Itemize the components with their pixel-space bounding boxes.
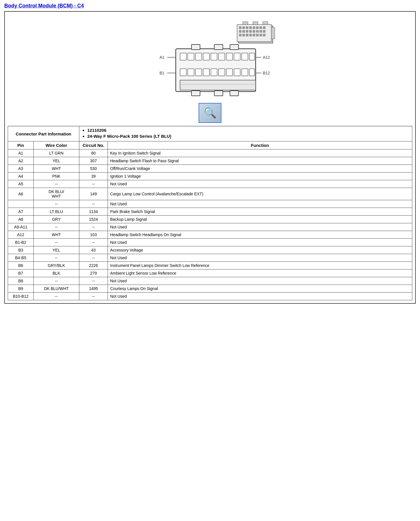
svg-rect-57 <box>195 69 202 76</box>
cell-wire-color: GRY <box>34 216 79 223</box>
connector-info-row: Connector Part Information 12110206 24-W… <box>8 126 412 141</box>
table-row: B9 DK BLU/WHT 1495 Courtesy Lamps On Sig… <box>8 285 412 293</box>
svg-rect-45 <box>180 53 186 60</box>
svg-rect-9 <box>263 27 265 29</box>
cell-pin: B6 <box>8 262 34 269</box>
svg-rect-34 <box>191 91 200 96</box>
cell-function: Park Brake Switch Signal <box>108 208 412 216</box>
svg-rect-28 <box>263 22 268 25</box>
cell-circuit-no: -- <box>79 223 108 231</box>
svg-rect-3 <box>243 27 245 29</box>
cell-wire-color: -- <box>34 277 79 285</box>
info-table: Connector Part Information 12110206 24-W… <box>8 126 412 300</box>
cell-circuit-no: 279 <box>79 269 108 277</box>
cell-circuit-no: 307 <box>79 157 108 165</box>
svg-rect-23 <box>256 34 259 36</box>
cell-circuit-no: 1495 <box>79 285 108 293</box>
cell-function: Not Used <box>108 180 412 188</box>
svg-rect-12 <box>246 30 248 33</box>
cell-function: Ambient Light Sensor Low Reference <box>108 269 412 277</box>
cell-function: Ignition 1 Voltage <box>108 173 412 180</box>
cell-circuit-no: -- <box>79 277 108 285</box>
svg-rect-61 <box>226 69 233 76</box>
cell-function: Key In Ignition Switch Signal <box>108 149 412 157</box>
svg-rect-17 <box>263 30 265 33</box>
svg-rect-36 <box>230 91 239 96</box>
cell-circuit-no: 1134 <box>79 208 108 216</box>
table-row: A1 LT GRN 80 Key In Ignition Switch Sign… <box>8 149 412 157</box>
svg-rect-58 <box>203 69 209 76</box>
magnify-button[interactable]: 🔍 <box>199 103 221 123</box>
table-row: -- -- Not Used <box>8 200 412 208</box>
header-circuit-no: Circuit No. <box>79 141 108 149</box>
cell-function: Not Used <box>108 200 412 208</box>
cell-wire-color: BLK <box>34 269 79 277</box>
cell-pin: A9-A11 <box>8 223 34 231</box>
svg-rect-25 <box>263 34 265 36</box>
cell-wire-color: WHT <box>34 231 79 239</box>
table-row: A12 WHT 103 Headlamp Switch Headlamps On… <box>8 231 412 239</box>
svg-rect-5 <box>249 27 252 29</box>
svg-rect-50 <box>219 53 225 60</box>
cell-circuit-no: 530 <box>79 165 108 173</box>
table-row: A6 DK BLU/WHT 149 Cargo Lamp Low Control… <box>8 188 412 200</box>
cell-pin: A7 <box>8 208 34 216</box>
cell-function: Not Used <box>108 293 412 300</box>
cell-wire-color: -- <box>34 239 79 246</box>
table-row: A9-A11 -- -- Not Used <box>8 223 412 231</box>
cell-pin: B4-B5 <box>8 254 34 262</box>
svg-rect-60 <box>219 69 225 76</box>
table-row: A7 LT BLU 1134 Park Brake Switch Signal <box>8 208 412 216</box>
cell-pin: A3 <box>8 165 34 173</box>
table-row: B10-B12 -- -- Not Used <box>8 293 412 300</box>
svg-rect-14 <box>253 30 255 33</box>
cell-function: Not Used <box>108 223 412 231</box>
cell-circuit-no: 1524 <box>79 216 108 223</box>
cell-circuit-no: 43 <box>79 246 108 254</box>
cell-circuit-no: 80 <box>79 149 108 157</box>
svg-rect-49 <box>211 53 217 60</box>
svg-rect-18 <box>239 34 241 36</box>
cell-function: Not Used <box>108 277 412 285</box>
cell-pin: B3 <box>8 246 34 254</box>
cell-wire-color: -- <box>34 223 79 231</box>
cell-wire-color: -- <box>34 180 79 188</box>
svg-rect-13 <box>249 30 252 33</box>
cell-function: Instrument Panel Lamps Dimmer Switch Low… <box>108 262 412 269</box>
cell-wire-color: DK BLU/WHT <box>34 188 79 200</box>
svg-rect-47 <box>195 53 202 60</box>
svg-rect-65 <box>180 80 256 90</box>
cell-function: Headlamp Switch Flash to Pass Signal <box>108 157 412 165</box>
cell-wire-color: LT GRN <box>34 149 79 157</box>
header-wire-color: Wire Color <box>34 141 79 149</box>
table-row: A8 GRY 1524 Backup Lamp Signal <box>8 216 412 223</box>
svg-rect-6 <box>253 27 255 29</box>
cell-pin: A8 <box>8 216 34 223</box>
main-box: A1 B1 A12 B12 <box>4 11 416 304</box>
cell-function: Not Used <box>108 239 412 246</box>
svg-text:B12: B12 <box>263 71 270 75</box>
cell-wire-color: LT BLU <box>34 208 79 216</box>
svg-rect-20 <box>246 34 248 36</box>
svg-rect-63 <box>242 69 248 76</box>
table-row: B3 YEL 43 Accessory Voltage <box>8 246 412 254</box>
cell-function: Headlamp Switch Headlamps On Signal <box>108 231 412 239</box>
svg-rect-53 <box>242 53 248 60</box>
cell-pin: A2 <box>8 157 34 165</box>
cell-pin: B9 <box>8 285 34 293</box>
table-row: A3 WHT 530 Off/Run/Crank Voltage <box>8 165 412 173</box>
svg-rect-33 <box>230 44 239 50</box>
svg-rect-46 <box>188 53 194 60</box>
page-container: Body Control Module (BCM) - C4 <box>0 0 420 307</box>
cell-circuit-no: 103 <box>79 231 108 239</box>
cell-wire-color: YEL <box>34 157 79 165</box>
diagram-area: A1 B1 A12 B12 <box>8 15 412 126</box>
svg-text:A12: A12 <box>263 55 270 60</box>
table-row: B8 -- -- Not Used <box>8 277 412 285</box>
svg-rect-51 <box>226 53 233 60</box>
cell-wire-color: DK BLU/WHT <box>34 285 79 293</box>
svg-rect-21 <box>249 34 252 36</box>
svg-rect-64 <box>249 69 255 76</box>
cell-pin: B10-B12 <box>8 293 34 300</box>
svg-rect-22 <box>253 34 255 36</box>
